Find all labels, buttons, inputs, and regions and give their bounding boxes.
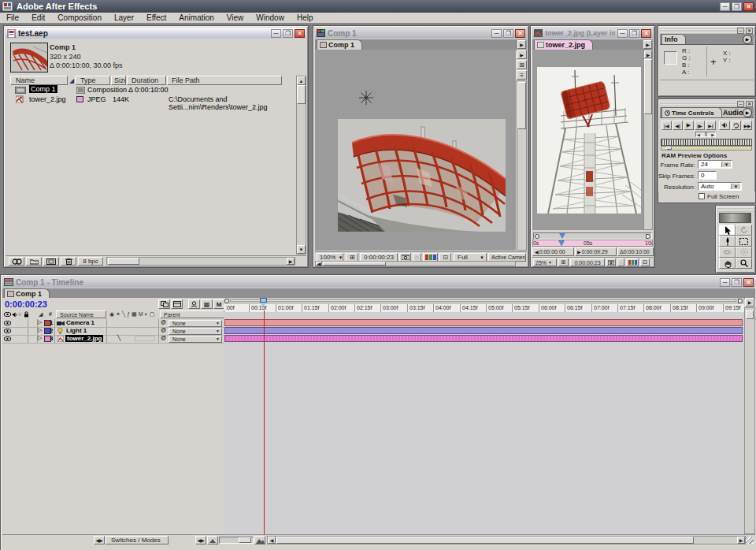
- eye-icon[interactable]: [4, 336, 11, 341]
- tab-comp-1[interactable]: Comp 1: [317, 39, 362, 50]
- snapshot-icon[interactable]: [606, 258, 616, 266]
- play-button[interactable]: ▶: [684, 121, 694, 130]
- last-frame-button[interactable]: ▶|: [706, 121, 716, 130]
- layer-cti[interactable]: [558, 240, 565, 247]
- table-row[interactable]: Comp 1 Composition Δ 0:00:10:00: [6, 86, 297, 95]
- chevron-down-icon[interactable]: ▼: [731, 184, 740, 189]
- palette-title-bar[interactable]: ─ ✕: [660, 101, 754, 107]
- zoom-in-mountain-button[interactable]: [254, 536, 265, 544]
- chevron-down-icon[interactable]: ▼: [721, 162, 731, 167]
- layer-name[interactable]: Camera 1: [66, 319, 94, 326]
- find-button[interactable]: [9, 257, 24, 266]
- scroll-up-arrow[interactable]: ▲: [297, 76, 306, 85]
- layer-in-point[interactable]: ◀0:00:00:00: [532, 247, 574, 256]
- light-wireframe-icon[interactable]: [359, 91, 373, 105]
- scroll-down-arrow[interactable]: ▼: [297, 245, 306, 254]
- solo-icon[interactable]: ○: [18, 311, 21, 317]
- comp-close-button[interactable]: ✕: [515, 29, 525, 38]
- timeline-title-bar[interactable]: Comp 1 - Timeline ─ ❐ ✕: [2, 277, 755, 288]
- layer-bar-camera[interactable]: [224, 319, 743, 326]
- trim-in-handle[interactable]: [535, 234, 539, 239]
- scroll-right-arrow[interactable]: ▶: [287, 258, 295, 265]
- pen-tool[interactable]: [719, 236, 736, 247]
- skip-frames-input[interactable]: [698, 171, 717, 180]
- palette-minimize-button[interactable]: ─: [737, 101, 744, 107]
- layer-row-footage[interactable]: ▷ 3 tower_2.jpg ╲ @ None▼: [2, 335, 224, 344]
- jog-control[interactable]: [661, 139, 752, 146]
- next-frame-button[interactable]: |▶: [695, 121, 705, 130]
- eye-icon[interactable]: [4, 312, 11, 317]
- audio-mute-button[interactable]: [719, 121, 730, 130]
- pick-whip-icon[interactable]: @: [161, 327, 166, 333]
- parent-dropdown[interactable]: None▼: [169, 320, 222, 327]
- twirl-arrow[interactable]: ▷: [38, 327, 42, 333]
- layer-name[interactable]: Light 1: [66, 327, 87, 334]
- new-folder-button[interactable]: [26, 257, 42, 266]
- panel-menu-arrow[interactable]: ▶: [643, 40, 652, 49]
- timeline-vertical-scrollbar[interactable]: [744, 307, 755, 534]
- comp-vertical-scrollbar[interactable]: [517, 80, 527, 251]
- full-screen-checkbox[interactable]: [699, 193, 705, 199]
- tools-title-bar[interactable]: [717, 207, 754, 212]
- shuttle-control[interactable]: ◀▶: [695, 132, 716, 137]
- menu-file[interactable]: File: [0, 13, 25, 22]
- palette-minimize-button[interactable]: ─: [737, 28, 744, 34]
- timeline-maximize-button[interactable]: ❐: [732, 278, 742, 287]
- column-header-duration[interactable]: Duration: [127, 76, 166, 85]
- timeline-panel-arrow[interactable]: ▶: [745, 298, 754, 307]
- pick-whip-icon[interactable]: @: [161, 335, 166, 340]
- rotate-tool[interactable]: [736, 225, 752, 236]
- timeline-minimize-button[interactable]: ─: [720, 278, 730, 287]
- track-area[interactable]: [224, 312, 744, 534]
- expand-track-button[interactable]: ◀▶: [195, 536, 206, 544]
- panel-menu-arrow[interactable]: ▶: [517, 40, 526, 49]
- layer-time-ruler[interactable]: 00s 05s 10s: [532, 240, 653, 247]
- viewer-side-arrow[interactable]: ▶: [517, 50, 527, 59]
- palette-menu-icon[interactable]: ▶: [743, 108, 752, 117]
- show-snapshot-icon[interactable]: ○: [617, 258, 624, 266]
- quality-switch[interactable]: ╲: [117, 335, 120, 341]
- hand-tool[interactable]: [719, 258, 736, 269]
- twirl-arrow[interactable]: ▷: [38, 319, 42, 325]
- zoom-tool[interactable]: [736, 258, 752, 269]
- comp-horizontal-scrollbar[interactable]: ◀: [315, 261, 516, 266]
- table-row[interactable]: tower_2.jpg JPEG 144K C:\Documents and S…: [6, 95, 297, 104]
- selection-tool[interactable]: [719, 225, 736, 236]
- parent-dropdown[interactable]: None▼: [169, 336, 222, 343]
- orbit-camera-tool[interactable]: [719, 247, 736, 258]
- layer-name[interactable]: tower_2.jpg: [65, 335, 103, 342]
- work-area-end-handle[interactable]: [738, 299, 743, 303]
- menu-view[interactable]: View: [220, 13, 250, 22]
- project-vertical-scrollbar[interactable]: ▲ ▼: [296, 76, 306, 255]
- jog-slider-track[interactable]: [661, 146, 752, 151]
- layer-duration[interactable]: Δ0:00:10:00: [617, 247, 654, 256]
- resolution-dropdown[interactable]: Auto▼: [698, 182, 742, 191]
- app-close-button[interactable]: ✕: [743, 2, 754, 11]
- expand-columns-button[interactable]: ◀▶: [94, 536, 105, 544]
- layer-bar-light[interactable]: [224, 327, 743, 334]
- column-header-type[interactable]: Type: [75, 76, 110, 85]
- work-area-start-handle[interactable]: [224, 299, 229, 303]
- menu-animation[interactable]: Animation: [172, 13, 220, 22]
- layer-magnification-dropdown[interactable]: 25%▼: [533, 258, 557, 266]
- parent-column-header[interactable]: Parent: [160, 310, 224, 318]
- eye-icon[interactable]: [4, 321, 11, 325]
- menu-layer[interactable]: Layer: [108, 13, 140, 22]
- zoom-out-mountain-button[interactable]: [207, 536, 218, 544]
- ram-preview-button[interactable]: ▶▶: [743, 121, 752, 130]
- comp-viewer-title-bar[interactable]: Comp 1 ─ ❐ ✕: [315, 28, 527, 39]
- palette-title-bar[interactable]: ─ ✕: [660, 28, 754, 34]
- project-close-button[interactable]: ✕: [295, 29, 305, 38]
- jog-slider-thumb[interactable]: [666, 147, 672, 150]
- column-header-name[interactable]: Name: [10, 76, 68, 85]
- previous-frame-button[interactable]: ◀|: [673, 121, 683, 130]
- eye-icon[interactable]: [4, 329, 11, 333]
- layer-bar-footage[interactable]: [224, 335, 743, 342]
- current-time-indicator-handle[interactable]: [260, 298, 267, 307]
- layer-timecode-display[interactable]: 0:00:00:23: [570, 258, 605, 266]
- row-name[interactable]: Comp 1: [29, 85, 57, 93]
- work-area-span[interactable]: [230, 299, 736, 302]
- pan-behind-tool[interactable]: [736, 247, 752, 258]
- resize-grip[interactable]: [746, 537, 754, 544]
- new-composition-button[interactable]: [43, 257, 59, 266]
